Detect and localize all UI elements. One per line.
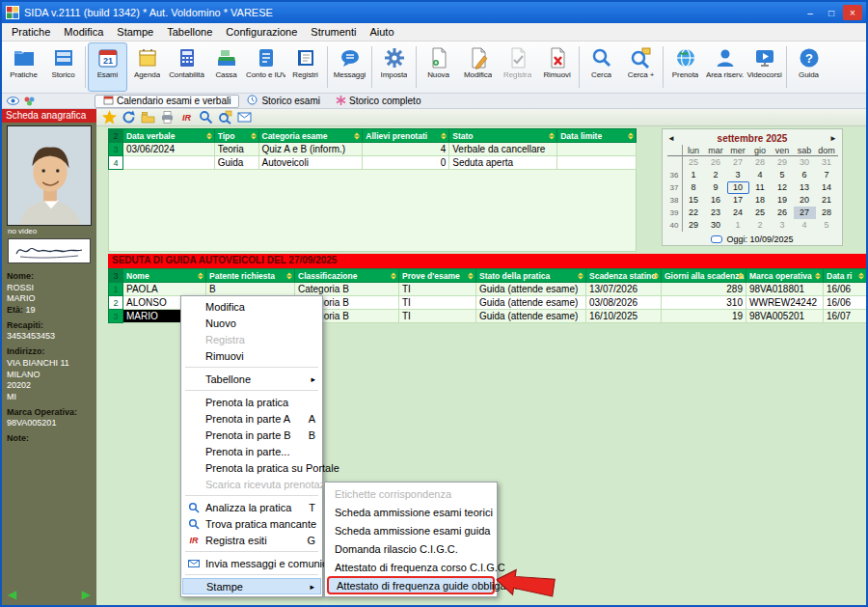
toolbar-conto-iuv-button[interactable]: Conto e IUV: [246, 42, 285, 92]
menu-item-trova-pratica-mancante[interactable]: Trova pratica mancante: [182, 515, 321, 532]
toolbar-registri-button[interactable]: Registri: [285, 42, 325, 92]
zoom-doc-icon[interactable]: [218, 110, 232, 124]
toolbar-nuova-button[interactable]: Nuova: [419, 42, 458, 92]
calendar-day[interactable]: 27: [727, 156, 749, 169]
toolbar-esami-button[interactable]: 21 Esami: [88, 42, 127, 92]
calendar-day[interactable]: 22: [683, 207, 705, 219]
menu-item-nuovo[interactable]: Nuovo: [182, 315, 321, 331]
menu-item-analizza-pratica[interactable]: Analizza la praticaT: [182, 499, 321, 515]
column-header-data-verbale[interactable]: Data verbale: [122, 129, 214, 143]
menu-configurazione[interactable]: Configurazione: [219, 24, 304, 40]
refresh-icon[interactable]: [122, 110, 136, 124]
calendar-day[interactable]: 20: [794, 194, 816, 207]
menu-strumenti[interactable]: Strumenti: [304, 24, 363, 40]
calendar-day[interactable]: 19: [772, 194, 794, 207]
calendar-next-icon[interactable]: ►: [827, 134, 839, 143]
calendar-day[interactable]: 2: [749, 219, 772, 232]
column-header-scadenza-statino[interactable]: Scadenza statino: [586, 269, 662, 283]
submenu-item-scheda-ammissione-guida[interactable]: Scheda ammissione esami guida: [327, 521, 495, 539]
calendar-footer[interactable]: Oggi: 10/09/2025: [665, 233, 839, 245]
column-header-patente-richiesta[interactable]: Patente richiesta: [206, 269, 295, 283]
menu-pratiche[interactable]: Pratiche: [5, 24, 57, 40]
calendar-day[interactable]: 26: [705, 156, 727, 169]
minimize-button[interactable]: –: [800, 5, 820, 20]
calendar-day[interactable]: 18: [749, 194, 772, 207]
calendar-day[interactable]: 10: [727, 181, 749, 194]
maximize-button[interactable]: □: [822, 5, 841, 20]
toolbar-contabilita-button[interactable]: Contabilità: [167, 42, 206, 92]
menu-item-registra-esiti[interactable]: IR Registra esitiG: [182, 532, 321, 548]
calendar-day[interactable]: 29: [683, 219, 705, 232]
calendar-day[interactable]: 3: [727, 169, 749, 181]
toolbar-cassa-button[interactable]: Cassa: [206, 42, 246, 92]
menu-item-rimuovi[interactable]: Rimuovi: [182, 347, 321, 364]
calendar-day[interactable]: 2: [705, 169, 727, 181]
menu-stampe[interactable]: Stampe: [110, 24, 160, 40]
calendar-day[interactable]: 21: [816, 194, 838, 207]
student-row[interactable]: 1 PAOLA B Categoria B TI Guida (attende …: [109, 283, 867, 296]
wizard-icon[interactable]: [102, 110, 117, 124]
menu-item-modifica[interactable]: Modifica: [182, 298, 321, 315]
toolbar-rimuovi-button[interactable]: Rimuovi: [537, 42, 577, 92]
calendar-day[interactable]: 4: [749, 169, 772, 181]
menu-item-tabellone[interactable]: Tabellone▸: [182, 371, 321, 387]
column-header-classificazione[interactable]: Classificazione: [295, 269, 399, 283]
calendar-day[interactable]: 1: [727, 219, 749, 232]
calendar-day[interactable]: 6: [794, 169, 816, 181]
calendar-day[interactable]: 30: [794, 156, 816, 169]
calendar-day[interactable]: 3: [772, 219, 794, 232]
calendar-day[interactable]: 29: [772, 156, 794, 169]
calendar-day[interactable]: 28: [816, 207, 838, 219]
calendar-day[interactable]: 5: [772, 169, 794, 181]
column-header-prove-esame[interactable]: Prove d'esame: [399, 269, 476, 283]
calendar-day[interactable]: 13: [794, 181, 816, 194]
column-header-nome[interactable]: Nome: [123, 269, 206, 283]
calendar-day[interactable]: 31: [816, 156, 838, 169]
toolbar-imposta-button[interactable]: Imposta: [374, 42, 414, 92]
calendar-day[interactable]: 15: [683, 194, 705, 207]
print-icon[interactable]: [160, 110, 175, 124]
calendar-day[interactable]: 14: [816, 181, 838, 194]
toolbar-cerca-button[interactable]: Cerca: [582, 42, 621, 92]
calendar-day[interactable]: 11: [749, 181, 772, 194]
tab-storico-esami[interactable]: Storico esami: [239, 95, 328, 108]
toolbar-videocorsi-button[interactable]: Videocorsi: [745, 42, 784, 92]
close-button[interactable]: ×: [843, 5, 862, 20]
menu-item-prenota-in-parte[interactable]: Prenota in parte...: [182, 443, 321, 459]
menu-item-prenota-portale[interactable]: Prenota la pratica su Portale: [182, 459, 321, 476]
calendar-day[interactable]: 28: [749, 156, 772, 169]
column-header-allievi-prenotati[interactable]: Allievi prenotati: [363, 129, 449, 143]
calendar-day[interactable]: 17: [727, 194, 749, 207]
toolbar-messaggi-button[interactable]: Messaggi: [330, 42, 369, 92]
calendar-day[interactable]: 24: [727, 207, 749, 219]
calendar-day[interactable]: 7: [816, 169, 838, 181]
toolbar-modifica-button[interactable]: Modifica: [458, 42, 498, 92]
toolbar-area-riservata-button[interactable]: Area riserv.: [705, 42, 745, 92]
menu-tabellone[interactable]: Tabellone: [160, 24, 219, 40]
column-header-categoria-esame[interactable]: Categoria esame: [258, 129, 363, 143]
calendar-day[interactable]: 1: [683, 169, 705, 181]
calendar-day[interactable]: 9: [705, 181, 727, 194]
forward-arrow-icon[interactable]: ▶: [82, 588, 91, 601]
menu-item-stampe[interactable]: Stampe▸: [182, 578, 321, 594]
toolbar-cerca-plus-button[interactable]: Cerca +: [621, 42, 661, 92]
menu-item-prenota-in-parte-a[interactable]: Prenota in parte AA: [182, 410, 321, 427]
column-header-stato-pratica[interactable]: Stato della pratica: [476, 269, 586, 283]
tab-calendario-esami[interactable]: Calendario esami e verbali: [95, 95, 239, 108]
column-header-marca-operativa[interactable]: Marca operativa: [746, 269, 824, 283]
open-folder-icon[interactable]: [141, 110, 155, 124]
column-header-stato[interactable]: Stato: [449, 129, 557, 143]
column-header-data-ri[interactable]: Data ri: [824, 269, 867, 283]
calendar-day[interactable]: 30: [705, 219, 727, 232]
menu-item-prenota-in-parte-b[interactable]: Prenota in parte BB: [182, 427, 321, 443]
menu-item-invia-messaggi[interactable]: Invia messaggi e comunicazioni: [182, 555, 321, 571]
back-arrow-icon[interactable]: ◀: [8, 588, 16, 601]
toolbar-prenota-button[interactable]: Prenota: [665, 42, 705, 92]
calendar-day[interactable]: 5: [816, 219, 838, 232]
calendar-day[interactable]: 8: [683, 181, 705, 194]
toolbar-agenda-button[interactable]: Agenda: [127, 42, 167, 92]
column-header-tipo[interactable]: Tipo: [214, 129, 258, 143]
calendar-day[interactable]: 27: [794, 207, 816, 219]
submenu-item-domanda-rilascio-cigc[interactable]: Domanda rilascio C.I.G.C.: [327, 539, 495, 558]
calendar-day[interactable]: 12: [772, 181, 794, 194]
